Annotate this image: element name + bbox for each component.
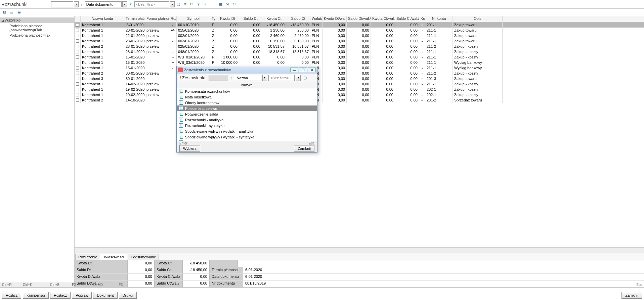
- checkbox-icon[interactable]: [76, 34, 79, 37]
- checkbox-icon[interactable]: [76, 29, 79, 32]
- row-checkbox[interactable]: [75, 92, 81, 97]
- row-checkbox[interactable]: [75, 38, 81, 44]
- row-checkbox[interactable]: [75, 87, 81, 92]
- checkbox-icon[interactable]: [76, 50, 79, 53]
- wybierz-button[interactable]: Wybierz: [179, 145, 200, 152]
- column-header[interactable]: Rozl: [169, 16, 177, 22]
- dialog-list[interactable]: Kompensata rozrachunkówNota odsetkowaObr…: [177, 88, 317, 141]
- checkbox-icon[interactable]: [76, 55, 79, 59]
- grid-body[interactable]: Kontrahent 16-01-2020-001/10/2019P0,000,…: [75, 22, 644, 247]
- checkbox-icon[interactable]: [76, 93, 79, 96]
- column-header[interactable]: Symbol: [177, 16, 210, 22]
- list-item[interactable]: Rozrachunki - analityka: [177, 117, 317, 123]
- column-header[interactable]: Typ: [210, 16, 216, 22]
- column-header[interactable]: Saldo Ct: [286, 16, 310, 22]
- column-header[interactable]: Kor: [419, 16, 425, 22]
- checkbox-icon[interactable]: [76, 82, 79, 86]
- list-item[interactable]: Obroty kontrahentów: [177, 100, 317, 105]
- tree-expand-icon[interactable]: ⊟: [1, 10, 7, 15]
- refresh-columns-icon[interactable]: ⟳: [189, 1, 195, 7]
- dialog-sort-select[interactable]: Nazwa: [235, 75, 261, 81]
- column-header[interactable]: [75, 16, 81, 22]
- tree-settings-icon[interactable]: ≣: [16, 10, 22, 15]
- tree-item[interactable]: Podzielona płatność=Tak: [0, 33, 74, 38]
- row-checkbox[interactable]: [75, 97, 81, 103]
- row-checkbox[interactable]: [75, 28, 81, 33]
- row-checkbox[interactable]: [75, 81, 81, 87]
- tab-podsumowanie[interactable]: Podsumowanie: [128, 254, 159, 260]
- row-checkbox[interactable]: [75, 54, 81, 60]
- tab-wlasciwosci[interactable]: Właściwości: [101, 254, 127, 260]
- rozlicz-button[interactable]: Rozlicz: [2, 292, 21, 299]
- rozlacz-button[interactable]: Rozłącz: [50, 292, 71, 299]
- folder-icon[interactable]: ▢: [175, 1, 181, 7]
- dokument-button[interactable]: Dokument: [93, 292, 117, 299]
- checkbox-icon[interactable]: [76, 72, 79, 75]
- sort-asc-icon[interactable]: ↑: [229, 75, 233, 81]
- row-checkbox[interactable]: [75, 22, 81, 28]
- column-header[interactable]: Nazwa konta: [81, 16, 124, 22]
- tree-item[interactable]: Podzielona płatność (obowiązkowa)=Tak: [0, 23, 74, 33]
- funnel-icon[interactable]: ▼: [196, 1, 202, 7]
- column-header[interactable]: Kwota Ct/wal./: [371, 16, 395, 22]
- list-item[interactable]: Rozrachunki - syntetyka: [177, 123, 317, 128]
- column-header[interactable]: Kwota Dt/wal./: [323, 16, 347, 22]
- tree-collapse-icon[interactable]: ☰: [9, 10, 15, 15]
- table-row[interactable]: Kontrahent 123-01-2020przelew-003/01/202…: [75, 38, 644, 44]
- dialog-zamknij-button[interactable]: Zamknij: [294, 145, 314, 152]
- dialog-search-input[interactable]: [209, 75, 227, 81]
- column-header[interactable]: Saldo Dt/wal./: [347, 16, 371, 22]
- column-header[interactable]: Kwota Ct: [262, 16, 286, 22]
- list-item[interactable]: Potwierdzenie salda: [177, 111, 317, 117]
- table-row[interactable]: Kontrahent 214-10-2020PLN0,000,000,000,0…: [75, 97, 644, 103]
- sort-field-dropdown-icon[interactable]: ▾: [122, 1, 127, 7]
- column-header[interactable]: Forma płatności: [145, 16, 169, 22]
- folder-icon[interactable]: ▢: [302, 75, 308, 81]
- checkbox-icon[interactable]: [76, 61, 79, 64]
- checkbox-icon[interactable]: [76, 23, 79, 27]
- column-header[interactable]: Saldo Ct/wal./: [395, 16, 419, 22]
- dropdown-icon[interactable]: ▾: [262, 75, 267, 81]
- sort-field-select[interactable]: Data dokumentu: [85, 1, 122, 7]
- row-checkbox[interactable]: [75, 44, 81, 49]
- column-header[interactable]: Termin płatności: [124, 16, 145, 22]
- drukuj-button[interactable]: Drukuj: [119, 292, 137, 299]
- grid-header[interactable]: Nazwa kontaTermin płatnościForma płatnoś…: [75, 16, 644, 22]
- column-header[interactable]: Saldo Dt: [239, 16, 262, 22]
- kompensuj-button[interactable]: Kompensuj: [23, 292, 49, 299]
- row-checkbox[interactable]: [75, 71, 81, 76]
- table-row[interactable]: Kontrahent 120-01-2020przelew+/-015/01/2…: [75, 28, 644, 33]
- grid-view-icon[interactable]: ▦: [218, 1, 224, 7]
- row-checkbox[interactable]: [75, 76, 81, 81]
- checkbox-icon[interactable]: [76, 39, 79, 43]
- columns-icon[interactable]: ⧉: [182, 1, 188, 7]
- row-checkbox[interactable]: [75, 65, 81, 71]
- table-row[interactable]: Kontrahent 115-01-2020+WB_03/01/2020P10 …: [75, 60, 644, 65]
- list-item[interactable]: Nota odsetkowa: [177, 94, 317, 100]
- filter-dropdown-icon[interactable]: ▾: [170, 1, 175, 7]
- table-row[interactable]: Kontrahent 230-01-2020przelewPLN0,000,00…: [75, 71, 644, 76]
- table-row[interactable]: Kontrahent 330-01-2020PLN0,000,000,000,0…: [75, 76, 644, 81]
- row-checkbox[interactable]: [75, 60, 81, 65]
- column-header[interactable]: Opis: [453, 16, 503, 22]
- quick-filter-input[interactable]: [51, 1, 73, 7]
- checkbox-icon[interactable]: [76, 77, 79, 80]
- column-header[interactable]: Nr konta: [425, 16, 453, 22]
- minimize-icon[interactable]: —: [290, 68, 298, 72]
- grid-hscroll[interactable]: [75, 247, 644, 253]
- table-row[interactable]: Kontrahent 228-01-2020przelew-025/01/202…: [75, 44, 644, 49]
- maximize-icon[interactable]: ☐: [299, 68, 307, 72]
- column-header[interactable]: Waluta: [310, 16, 323, 22]
- table-row[interactable]: Kontrahent 115-01-2020-WB_02/01/2020P5 0…: [75, 65, 644, 71]
- table-row[interactable]: Kontrahent 16-01-2020-001/10/2019P0,000,…: [75, 22, 644, 28]
- sort-asc-icon[interactable]: ↑: [79, 1, 84, 7]
- dialog-filter-select[interactable]: <Bez filtra>: [268, 75, 295, 81]
- reload-icon[interactable]: ⟲: [231, 1, 237, 7]
- dropdown-icon[interactable]: ▾: [296, 75, 301, 81]
- column-header[interactable]: Kwota Dt: [216, 16, 239, 22]
- sort-settings-icon[interactable]: ▾: [128, 1, 134, 7]
- list-item[interactable]: Spodziewane wpływy i wydatki - syntetyka: [177, 134, 317, 140]
- dialog-titlebar[interactable]: Zestawienia z rozrachunków — ☐ ✕: [177, 66, 317, 74]
- table-row[interactable]: Kontrahent 128-01-2020przelew-048/01/202…: [75, 49, 644, 54]
- table-row[interactable]: Kontrahent 122-01-2020przelew-002/01/202…: [75, 33, 644, 38]
